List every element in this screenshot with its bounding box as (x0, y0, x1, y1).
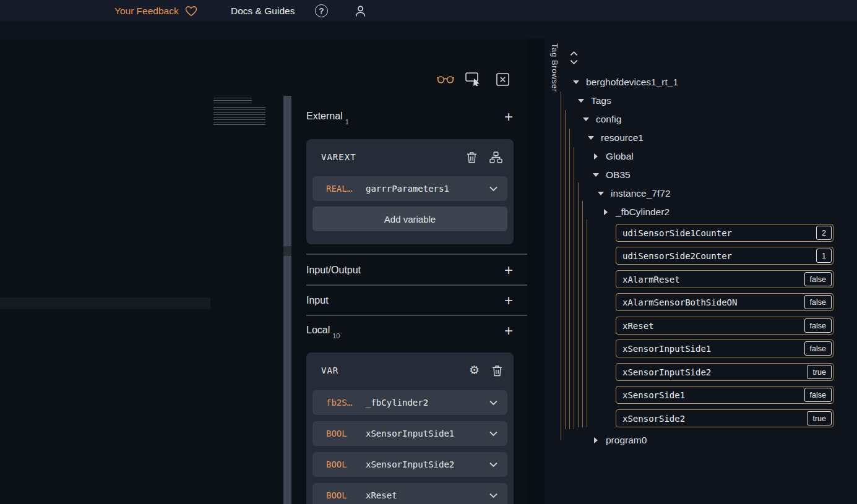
add-input-button[interactable]: + (501, 293, 517, 309)
tree-item-label: Global (606, 151, 634, 162)
tag-value[interactable]: false (804, 388, 832, 402)
collapse-expand-all-icon[interactable] (569, 49, 579, 66)
variable-name: xSensorInputSide1 (366, 429, 489, 438)
tree-item-config[interactable]: config (582, 112, 621, 127)
add-variable-button[interactable]: Add variable (312, 207, 507, 231)
gear-icon[interactable]: ⚙ (469, 364, 480, 377)
tree-guide-line (569, 129, 570, 429)
tree-item-label: berghofdevices1_rt_1 (586, 77, 678, 88)
section-external-title: External1 (306, 111, 349, 123)
tree-guide-line (561, 92, 561, 440)
section-divider (306, 254, 527, 255)
trash-icon[interactable] (492, 365, 502, 377)
tag-value[interactable]: true (807, 365, 832, 379)
section-input: Input + (306, 293, 517, 309)
feedback-link[interactable]: Your Feedback (114, 0, 197, 22)
tag-name: xSensorSide2 (616, 414, 685, 424)
tag-row-udiSensorSide2Counter[interactable]: udiSensorSide2Counter 1 (616, 247, 833, 265)
tree-item-program0[interactable]: program0 (592, 433, 647, 448)
variable-row-xReset[interactable]: BOOL xReset (312, 483, 507, 504)
help-button[interactable]: ? (315, 0, 328, 22)
tree-item-berghofdevices1_rt_1[interactable]: berghofdevices1_rt_1 (572, 75, 678, 90)
variable-row-garrrParameters1[interactable]: REAL… garrrParameters1 (312, 176, 507, 201)
add-input-output-button[interactable]: + (501, 262, 517, 278)
select-block-icon[interactable] (465, 72, 481, 86)
account-button[interactable] (354, 0, 367, 22)
variable-row-_fbCylinder2[interactable]: fb2S… _fbCylinder2 (312, 390, 507, 415)
tag-row-xAlarmReset[interactable]: xAlarmReset false (616, 270, 833, 288)
expand-arrow-icon[interactable] (597, 190, 605, 197)
user-icon (354, 4, 367, 18)
chevron-down-icon[interactable] (489, 493, 497, 498)
tree-item-_fbCylinder2[interactable]: _fbCylinder2 (602, 205, 670, 220)
var-card: VAR ⚙ fb2S… _fbCylinder2 BOOL xSensorInp… (306, 352, 514, 504)
tag-value[interactable]: 2 (816, 226, 832, 240)
tag-name: xAlarmSensorBothSideON (616, 297, 737, 307)
trash-icon[interactable] (467, 152, 477, 163)
editor-scrollbar[interactable] (283, 96, 291, 504)
section-local-title: Local10 (306, 325, 340, 337)
code-minimap[interactable] (213, 98, 252, 105)
tag-row-xSensorInputSide1[interactable]: xSensorInputSide1 false (616, 340, 833, 357)
varext-title: VAREXT (321, 152, 454, 162)
watch-mode-icon[interactable] (437, 73, 454, 84)
section-label: External (306, 111, 343, 121)
collapsed-arrow-icon[interactable] (602, 208, 609, 216)
tree-item-label: program0 (606, 435, 647, 446)
tag-value[interactable]: false (804, 295, 832, 309)
hierarchy-icon[interactable] (489, 152, 502, 163)
tag-row-udiSensorSide1Counter[interactable]: udiSensorSide1Counter 2 (616, 224, 833, 242)
tag-name: udiSensorSide1Counter (616, 228, 732, 238)
chevron-down-icon[interactable] (489, 462, 497, 468)
section-label: Input/Output (306, 265, 361, 276)
collapsed-arrow-icon[interactable] (592, 437, 600, 444)
tree-item-resource1[interactable]: resource1 (587, 130, 644, 145)
tree-item-ob35[interactable]: OB35 (592, 168, 631, 182)
tree-guide-line (587, 220, 587, 427)
tag-value[interactable]: 1 (816, 249, 832, 263)
expand-arrow-icon[interactable] (582, 116, 590, 123)
tag-value[interactable]: false (804, 272, 832, 286)
fbd-editor-canvas[interactable]: External1 + VAREXT (0, 39, 527, 504)
variable-type: BOOL (326, 429, 366, 438)
tree-guide-line (582, 201, 583, 427)
section-label: Local (306, 325, 330, 335)
tag-value[interactable]: false (804, 318, 832, 333)
docs-guides-link[interactable]: Docs & Guides (231, 0, 295, 22)
scrollbar-notch (283, 246, 291, 256)
add-external-button[interactable]: + (501, 109, 517, 125)
toolbar-strip (0, 22, 857, 39)
variable-type: fb2S… (326, 398, 366, 408)
heart-icon (185, 6, 197, 17)
tree-item-instance_7f72[interactable]: instance_7f72 (597, 186, 671, 201)
tag-name: xSensorInputSide1 (616, 344, 711, 354)
tag-row-xSensorInputSide2[interactable]: xSensorInputSide2 true (616, 363, 833, 381)
add-local-button[interactable]: + (501, 323, 517, 339)
tag-value[interactable]: false (804, 341, 832, 356)
tag-row-xSensorSide2[interactable]: xSensorSide2 true (616, 409, 833, 427)
chevron-down-icon[interactable] (489, 186, 497, 192)
tag-row-xSensorSide1[interactable]: xSensorSide1 false (616, 386, 833, 404)
delete-block-icon[interactable] (496, 73, 509, 86)
selection-band (0, 297, 210, 309)
collapsed-arrow-icon[interactable] (592, 153, 600, 160)
tree-guide-line (574, 147, 574, 429)
code-minimap[interactable] (213, 107, 265, 127)
expand-arrow-icon[interactable] (577, 97, 585, 105)
expand-arrow-icon[interactable] (592, 171, 600, 179)
tag-browser-title: Tag Browser (550, 43, 559, 92)
tree-item-global[interactable]: Global (592, 149, 634, 164)
tree-item-label: config (596, 114, 621, 125)
expand-arrow-icon[interactable] (587, 134, 595, 142)
tag-row-xAlarmSensorBothSideON[interactable]: xAlarmSensorBothSideON false (616, 293, 833, 311)
tag-row-xReset[interactable]: xReset false (616, 317, 833, 335)
expand-arrow-icon[interactable] (572, 79, 580, 86)
chevron-down-icon[interactable] (489, 400, 497, 406)
section-input-output: Input/Output + (306, 262, 517, 278)
variable-row-xSensorInputSide2[interactable]: BOOL xSensorInputSide2 (312, 452, 507, 477)
section-count: 10 (332, 332, 340, 340)
chevron-down-icon[interactable] (489, 431, 497, 437)
variable-row-xSensorInputSide1[interactable]: BOOL xSensorInputSide1 (312, 421, 507, 446)
tag-value[interactable]: true (807, 411, 832, 425)
tree-item-tags[interactable]: Tags (577, 93, 611, 108)
